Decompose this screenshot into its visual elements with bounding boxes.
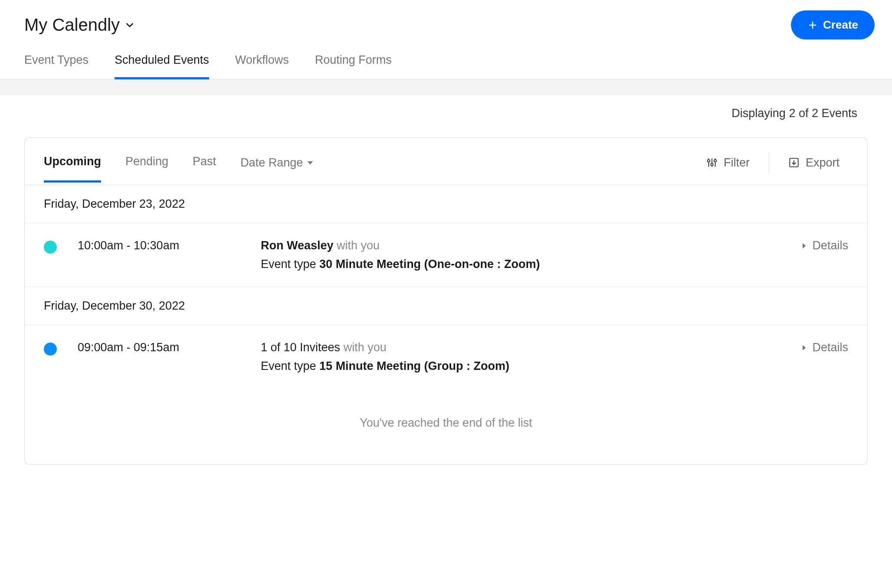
event-color-dot [44,343,57,356]
details-label: Details [812,341,848,354]
caret-right-icon [800,344,808,352]
svg-marker-2 [308,161,313,165]
nav-tabs: Event Types Scheduled Events Workflows R… [0,39,892,80]
export-icon [788,157,800,168]
chevron-down-icon [124,20,135,31]
svg-point-4 [708,160,710,162]
create-button[interactable]: Create [791,10,875,39]
event-time: 09:00am - 09:15am [57,341,261,354]
header: My Calendly Create [0,0,892,39]
card-tabs: Upcoming Pending Past Date Range Filter … [25,138,867,185]
export-button[interactable]: Export [788,156,840,182]
filter-button[interactable]: Filter [706,156,750,182]
date-range-label: Date Range [240,156,303,170]
caret-right-icon [800,242,808,250]
filter-label: Filter [724,156,750,170]
plus-icon [807,20,818,30]
details-label: Details [812,239,848,252]
sliders-icon [706,157,718,168]
tab-workflows[interactable]: Workflows [235,53,289,79]
event-type-name: 30 Minute Meeting (One-on-one : Zoom) [319,258,540,271]
event-color-dot [44,241,57,254]
create-label: Create [823,18,858,32]
svg-marker-12 [803,345,806,350]
tool-divider [769,153,769,173]
event-info: 1 of 10 Invitees with you Event type 15 … [261,341,800,373]
event-info: Ron Weasley with you Event type 30 Minut… [261,239,800,271]
details-toggle[interactable]: Details [800,239,848,252]
tab-routing-forms[interactable]: Routing Forms [315,53,392,79]
details-toggle[interactable]: Details [800,341,848,354]
tab-event-types[interactable]: Event Types [24,53,89,79]
event-type-prefix: Event type [261,359,319,372]
event-type-prefix: Event type [261,258,319,271]
event-time: 10:00am - 10:30am [57,239,261,252]
tab-scheduled-events[interactable]: Scheduled Events [115,53,209,79]
event-count: Displaying 2 of 2 Events [0,95,892,137]
date-range-dropdown[interactable]: Date Range [240,156,314,182]
subtab-pending[interactable]: Pending [125,155,168,183]
page-title-dropdown[interactable]: My Calendly [24,15,135,35]
divider-bar [0,80,892,95]
events-card: Upcoming Pending Past Date Range Filter … [24,137,868,465]
caret-down-icon [306,159,314,167]
event-row[interactable]: 09:00am - 09:15am 1 of 10 Invitees with … [25,325,867,389]
svg-point-6 [711,163,713,166]
invitee-name: 1 of 10 Invitees [261,341,340,354]
invitee-name: Ron Weasley [261,239,334,252]
subtab-past[interactable]: Past [193,155,216,183]
date-header: Friday, December 30, 2022 [25,287,867,325]
event-row[interactable]: 10:00am - 10:30am Ron Weasley with you E… [25,223,867,287]
with-you-text: with you [340,341,387,354]
export-label: Export [806,156,840,170]
with-you-text: with you [334,239,380,252]
end-of-list-message: You've reached the end of the list [25,389,867,464]
date-header: Friday, December 23, 2022 [25,185,867,223]
page-title-text: My Calendly [24,15,120,35]
svg-marker-11 [803,243,806,248]
svg-point-8 [714,160,716,162]
subtab-upcoming[interactable]: Upcoming [44,155,101,183]
event-type-name: 15 Minute Meeting (Group : Zoom) [319,359,509,372]
